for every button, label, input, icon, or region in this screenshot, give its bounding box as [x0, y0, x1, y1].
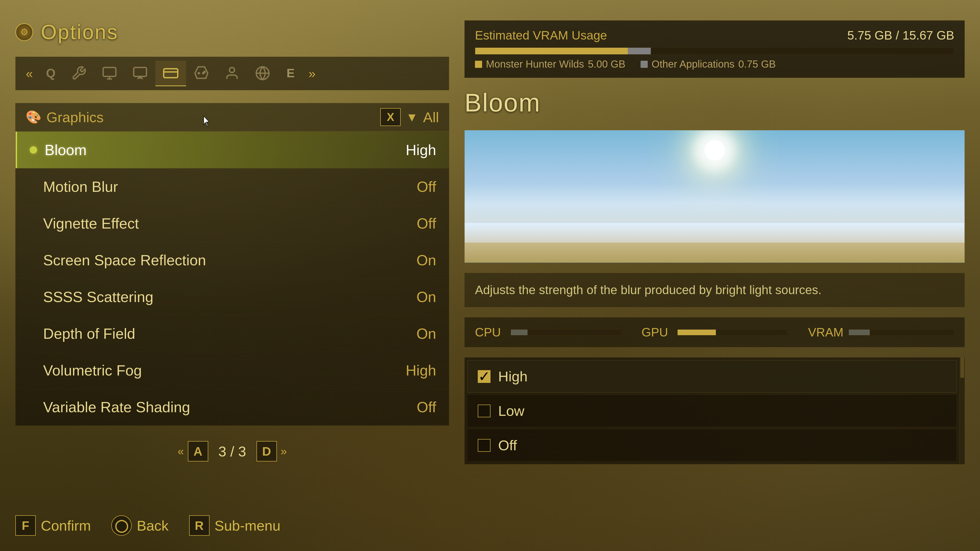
svg-point-10	[204, 71, 205, 73]
tab-display[interactable]	[94, 61, 125, 86]
setting-value-vignette: Off	[360, 215, 436, 232]
tab-q[interactable]: Q	[38, 61, 64, 86]
setting-name-ssss: SSSS Scattering	[43, 288, 360, 305]
settings-list: Bloom High Motion Blur Off Vignette Effe…	[15, 131, 449, 426]
preview-image	[465, 130, 965, 263]
setting-value-motion-blur: Off	[360, 178, 436, 195]
tab-globe[interactable]	[247, 61, 278, 86]
performance-section: CPU GPU VRAM	[465, 318, 965, 347]
bloom-option-low[interactable]: Low	[467, 395, 957, 427]
app-title: Options	[41, 21, 118, 44]
description-text: Adjusts the strength of the blur produce…	[465, 273, 965, 307]
legend-game: Monster Hunter Wilds 5.00 GB	[475, 59, 625, 70]
svg-rect-5	[164, 68, 178, 78]
legend-other-amount: 0.75 GB	[738, 59, 776, 70]
prev-page-btn[interactable]: « A	[178, 441, 208, 462]
legend-dot-game	[475, 61, 482, 68]
vram-bar-game	[475, 48, 628, 54]
svg-rect-0	[103, 67, 116, 76]
description-content: Adjusts the strength of the blur produce…	[475, 283, 821, 297]
perf-vram: VRAM	[808, 325, 954, 339]
active-indicator	[30, 146, 37, 154]
vram-perf-bar-container	[849, 329, 954, 335]
cpu-label: CPU	[475, 325, 506, 339]
prev-arrow: «	[178, 445, 184, 457]
tab-tools[interactable]	[64, 61, 94, 86]
filter-clear-button[interactable]: X	[380, 108, 401, 126]
next-key: D	[256, 441, 277, 462]
main-container: ⚙ Options « Q	[0, 0, 980, 551]
left-panel: ⚙ Options « Q	[15, 21, 449, 530]
vram-header: Estimated VRAM Usage 5.75 GB / 15.67 GB	[475, 28, 954, 42]
setting-value-vrs: Off	[360, 399, 436, 416]
preview-title: Bloom	[465, 88, 965, 118]
tab-controller[interactable]	[186, 61, 217, 86]
legend-other: Other Applications 0.75 GB	[641, 59, 776, 70]
preview-ground	[465, 243, 964, 262]
vram-perf-bar	[849, 330, 870, 335]
vram-section: Estimated VRAM Usage 5.75 GB / 15.67 GB …	[465, 21, 965, 78]
options-header: ⚙ Options	[15, 21, 449, 44]
gpu-bar-container	[677, 329, 788, 335]
setting-name-dof: Depth of Field	[43, 325, 360, 342]
legend-dot-other	[641, 61, 648, 68]
bloom-option-high[interactable]: ✓ High	[467, 360, 957, 392]
legend-other-name: Other Applications	[652, 59, 735, 70]
tab-navigation: « Q	[15, 57, 449, 90]
perf-cpu: CPU	[475, 325, 621, 339]
setting-name-motion-blur: Motion Blur	[43, 178, 360, 195]
tab-monitor[interactable]	[125, 61, 156, 86]
tab-person[interactable]	[217, 61, 247, 86]
vram-label: Estimated VRAM Usage	[475, 28, 607, 42]
tab-e[interactable]: E	[278, 61, 304, 86]
setting-value-ssss: On	[360, 288, 436, 305]
setting-row-dof[interactable]: Depth of Field On	[16, 315, 449, 352]
next-arrow: »	[281, 445, 287, 457]
tab-graphics[interactable]	[156, 61, 186, 86]
prev-key: A	[188, 441, 208, 462]
setting-row-bloom[interactable]: Bloom High	[16, 132, 449, 168]
setting-value-ssr: On	[360, 251, 436, 268]
setting-row-vrs[interactable]: Variable Rate Shading Off	[16, 389, 449, 426]
filter-icon: ▼	[406, 110, 418, 124]
legend-game-name: Monster Hunter Wilds	[486, 59, 584, 70]
setting-row-motion-blur[interactable]: Motion Blur Off	[16, 168, 449, 205]
page-indicator: « A 3 / 3 D »	[15, 441, 449, 462]
page-current: 3 / 3	[218, 443, 246, 460]
setting-row-vol-fog[interactable]: Volumetric Fog High	[16, 352, 449, 389]
vram-amount: 5.75 GB / 15.67 GB	[847, 28, 954, 42]
category-icon: 🎨	[25, 110, 41, 124]
dropdown-scrollbar[interactable]	[959, 357, 965, 464]
bloom-options-dropdown: ✓ High Low Off	[465, 357, 959, 464]
bloom-checkbox-high: ✓	[478, 370, 490, 383]
bloom-label-off: Off	[498, 437, 517, 454]
right-panel: Estimated VRAM Usage 5.75 GB / 15.67 GB …	[465, 21, 965, 530]
gpu-bar	[678, 330, 716, 335]
setting-name-ssr: Screen Space Reflection	[43, 251, 360, 268]
nav-arrow-left[interactable]: «	[21, 66, 38, 81]
filter-area: X ▼ All	[380, 108, 439, 126]
bloom-options-section: ✓ High Low Off	[465, 357, 965, 464]
setting-name-bloom: Bloom	[45, 141, 360, 159]
gpu-label: GPU	[641, 325, 672, 339]
category-text: Graphics	[46, 109, 103, 125]
setting-row-ssss[interactable]: SSSS Scattering On	[16, 279, 449, 315]
bloom-checkbox-low	[478, 405, 490, 417]
preview-clouds	[465, 183, 964, 223]
legend-game-amount: 5.00 GB	[588, 59, 625, 70]
vram-legend: Monster Hunter Wilds 5.00 GB Other Appli…	[475, 59, 954, 70]
setting-row-ssr[interactable]: Screen Space Reflection On	[16, 242, 449, 279]
perf-gpu: GPU	[641, 325, 788, 339]
setting-name-vignette: Vignette Effect	[43, 215, 360, 232]
bloom-option-off[interactable]: Off	[467, 429, 957, 462]
setting-name-vol-fog: Volumetric Fog	[43, 362, 360, 379]
filter-text: All	[423, 109, 439, 125]
setting-value-bloom: High	[360, 141, 436, 159]
svg-rect-3	[134, 67, 146, 76]
nav-arrow-right[interactable]: »	[304, 66, 321, 81]
vram-bar-other	[628, 48, 651, 54]
setting-row-vignette[interactable]: Vignette Effect Off	[16, 205, 449, 242]
vram-bar-container	[475, 48, 954, 55]
next-page-btn[interactable]: D »	[256, 441, 287, 462]
cpu-bar-container	[511, 329, 621, 335]
